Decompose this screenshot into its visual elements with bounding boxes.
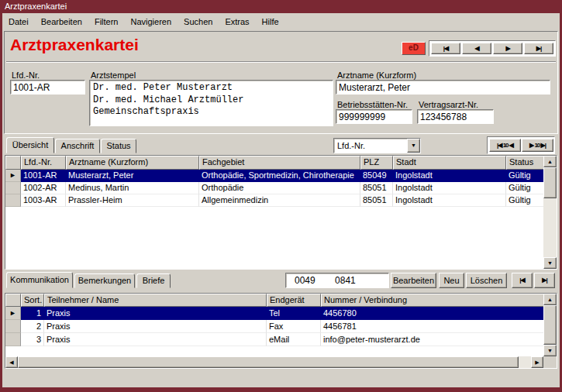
table-cell: Orthopädie, Sportmedizin, Chirotherapie [199, 170, 360, 182]
lfd-nr-input[interactable] [10, 80, 85, 95]
scroll-right-button[interactable]: ▶ [531, 356, 543, 368]
horizontal-scrollbar[interactable]: ◀ ▶ [5, 356, 543, 368]
record-selector-cell[interactable] [5, 320, 21, 333]
table-row[interactable]: ► 1001-AR Musterarzt, Peter Orthopädie, … [5, 170, 543, 182]
loeschen-button[interactable]: Löschen [466, 273, 507, 288]
window-titlebar[interactable]: Arztpraxenkartei [0, 0, 562, 13]
table-row[interactable]: 2 Praxis Fax 4456781 [5, 320, 543, 333]
table-cell: 4456780 [321, 307, 543, 320]
app-window: Arztpraxenkartei Datei Bearbeiten Filter… [0, 0, 562, 392]
arztstempel-label: Arztstempel [91, 70, 136, 80]
header-separator [6, 61, 556, 63]
record-prev-button[interactable]: ◀ [462, 43, 491, 54]
phone-area-code: 0841 [335, 275, 356, 286]
table-cell: Musterarzt, Peter [66, 170, 199, 182]
menu-item-navigieren[interactable]: Navigieren [124, 14, 178, 29]
vertragsarzt-nr-label: Vertragsarzt-Nr. [419, 100, 478, 109]
pager-forward10-button[interactable]: ▶ 10 ▶| [522, 139, 553, 152]
neu-button[interactable]: Neu [439, 273, 464, 288]
table-cell: Ingolstadt [393, 182, 506, 194]
doctors-table-header: Lfd.-Nr. Arztname (Kurzform) Fachgebiet … [5, 156, 543, 170]
table-cell: Praxis [44, 320, 267, 333]
table-cell: 85049 [360, 170, 393, 182]
window-border-left [0, 13, 2, 392]
table-cell: Gültig [506, 182, 543, 194]
table-cell: Medinus, Martin [66, 182, 199, 194]
record-last-button[interactable]: ▶| [524, 43, 553, 54]
table-cell: 85051 [360, 194, 393, 207]
col-header-sort: Sort. [21, 294, 44, 307]
tab-anschrift[interactable]: Anschrift [55, 139, 100, 153]
menu-item-filtern[interactable]: Filtern [88, 14, 125, 29]
record-header-panel: Arztpraxenkartei eD |◀ ◀ ▶ ▶| Lfd.-Nr. A… [4, 31, 558, 134]
table-cell: Gültig [506, 194, 543, 207]
comm-first-button[interactable]: |◀ [512, 273, 533, 288]
sort-combo[interactable]: Lfd.-Nr. ▼ [333, 138, 421, 153]
menu-bar: Datei Bearbeiten Filtern Navigieren Such… [2, 13, 560, 29]
scroll-thumb[interactable] [543, 167, 557, 198]
vertical-scrollbar[interactable]: ▲ ▼ [543, 156, 557, 269]
pager-back10-button[interactable]: |◀ 10 ◀ [489, 139, 521, 152]
arztstempel-textarea[interactable]: Dr. med. Peter Musterarzt Dr. med. Micha… [89, 80, 333, 126]
comm-last-button[interactable]: ▶| [534, 273, 555, 288]
table-cell: 1002-AR [21, 182, 66, 194]
scroll-up-button[interactable]: ▲ [543, 156, 557, 167]
scroll-left-button[interactable]: ◀ [5, 356, 18, 368]
scrollbar-corner [543, 356, 557, 368]
menu-item-extras[interactable]: Extras [219, 14, 255, 29]
scroll-right-icon: ▶ [535, 359, 539, 365]
record-nav-group: |◀ ◀ ▶ ▶| [429, 40, 556, 57]
vertragsarzt-nr-input[interactable] [417, 109, 494, 124]
selector-column-header [5, 294, 21, 307]
tab-uebersicht[interactable]: Übersicht [6, 137, 54, 153]
h-scroll-thumb[interactable] [18, 356, 519, 368]
table-cell: 1001-AR [21, 170, 66, 182]
scroll-up-icon: ▲ [547, 297, 553, 302]
menu-item-suchen[interactable]: Suchen [178, 14, 219, 29]
table-row[interactable]: 1002-AR Medinus, Martin Orthopädie 85051… [5, 182, 543, 194]
col-header-stadt: Stadt [393, 156, 506, 170]
table-cell: 1003-AR [21, 194, 66, 207]
window-border-bottom [0, 387, 562, 392]
col-header-lfd-nr: Lfd.-Nr. [21, 156, 66, 170]
arztname-input[interactable] [336, 80, 550, 95]
communications-table-body: ► 1 Praxis Tel 4456780 2 Praxis Fax 4456… [5, 307, 543, 346]
scroll-down-button[interactable]: ▼ [543, 257, 557, 269]
menu-item-hilfe[interactable]: Hilfe [256, 14, 285, 29]
tab-briefe[interactable]: Briefe [136, 273, 171, 288]
betriebsstaetten-nr-label: Betriebsstätten-Nr. [337, 100, 408, 109]
col-header-plz: PLZ [360, 156, 393, 170]
tab-bemerkungen[interactable]: Bemerkungen [74, 273, 135, 288]
scroll-up-button[interactable]: ▲ [543, 294, 557, 305]
record-selector-cell[interactable] [5, 194, 21, 207]
betriebsstaetten-nr-input[interactable] [336, 109, 412, 124]
scroll-down-button[interactable]: ▼ [543, 345, 557, 356]
table-cell: Gültig [506, 170, 543, 182]
table-row[interactable]: 3 Praxis eMail info@peter-musterarzt.de [5, 333, 543, 346]
table-row[interactable]: 1003-AR Prassler-Heim Allgemeinmedizin 8… [5, 194, 543, 207]
scroll-thumb[interactable] [543, 305, 557, 345]
record-selector-cell[interactable]: ► [5, 170, 21, 182]
vertical-scrollbar[interactable]: ▲ ▼ [543, 294, 557, 356]
table-cell: Orthopädie [199, 182, 360, 194]
record-first-button[interactable]: |◀ [431, 43, 460, 54]
sort-combo-value: Lfd.-Nr. [334, 139, 365, 153]
col-header-teilnehmer: Teilnehmer / Name [44, 294, 267, 307]
tab-kommunikation[interactable]: Kommunikation [6, 272, 73, 288]
table-cell: 2 [21, 320, 44, 333]
record-selector-cell[interactable] [5, 333, 21, 346]
combo-dropdown-button[interactable]: ▼ [407, 139, 420, 153]
menu-item-bearbeiten[interactable]: Bearbeiten [35, 14, 88, 29]
bearbeiten-button[interactable]: Bearbeiten [391, 273, 436, 288]
tab-status[interactable]: Status [101, 139, 136, 153]
ed-button[interactable]: eD [402, 42, 426, 55]
record-selector-cell[interactable] [5, 182, 21, 194]
menu-item-datei[interactable]: Datei [2, 14, 35, 29]
col-header-nummer: Nummer / Verbindung [321, 294, 543, 307]
selector-column-header [5, 156, 21, 170]
table-row[interactable]: ► 1 Praxis Tel 4456780 [5, 307, 543, 320]
record-selector-cell[interactable]: ► [5, 307, 21, 320]
record-next-button[interactable]: ▶ [493, 43, 522, 54]
table-cell: 1 [21, 307, 44, 320]
phone-country-code: 0049 [295, 275, 315, 286]
